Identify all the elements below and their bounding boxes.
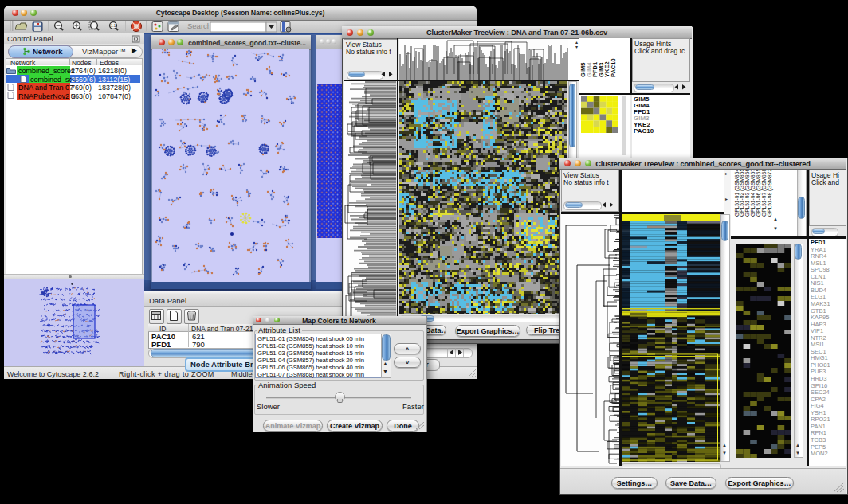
svg-text:GPL51-08 (GSM872): GPL51-08 (GSM872) [767,170,773,217]
svg-text:Search:: Search: [187,21,214,30]
svg-text:1:1: 1:1 [111,24,116,28]
svg-text:PAC10: PAC10 [610,58,617,77]
